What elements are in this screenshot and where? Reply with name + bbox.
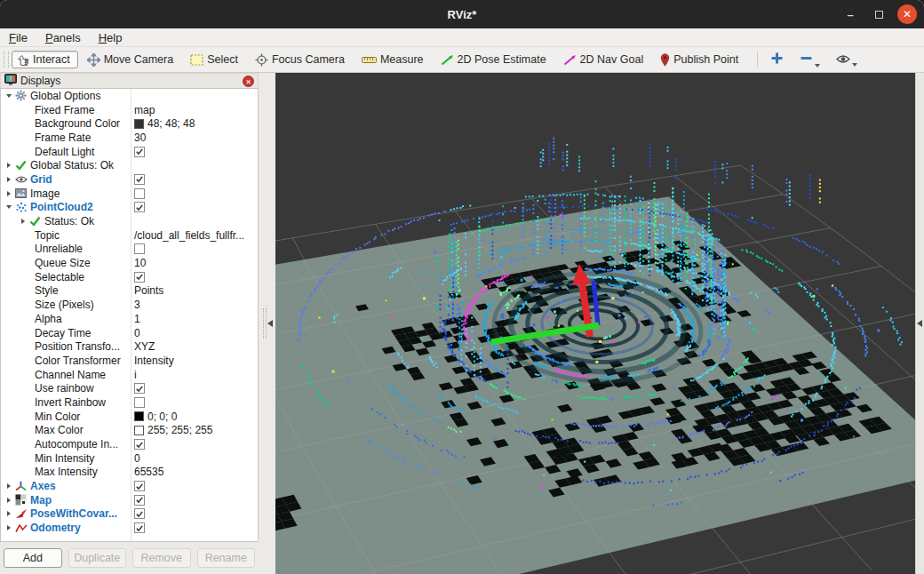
tree-row-frame-rate[interactable]: Frame Rate30 bbox=[1, 131, 258, 145]
tree-row-alpha[interactable]: Alpha1 bbox=[1, 312, 258, 326]
views-panel-collapsed[interactable] bbox=[915, 73, 924, 574]
tree-row-min-color[interactable]: Min Color0; 0; 0 bbox=[1, 410, 258, 424]
row-value[interactable]: map bbox=[134, 104, 155, 116]
checkbox-checked[interactable] bbox=[134, 147, 145, 157]
expander-closed-icon[interactable] bbox=[4, 483, 12, 489]
expander-closed-icon[interactable] bbox=[4, 525, 12, 530]
collapse-left-icon[interactable] bbox=[267, 320, 273, 327]
expander-open-icon[interactable] bbox=[4, 205, 12, 209]
tree-row-channel-name[interactable]: Channel Namei bbox=[1, 368, 258, 382]
row-value[interactable] bbox=[134, 522, 145, 533]
panel-close-icon[interactable]: ✕ bbox=[243, 76, 254, 87]
checkbox-checked[interactable] bbox=[134, 439, 145, 450]
row-value[interactable]: 0; 0; 0 bbox=[134, 411, 177, 423]
tool-publish-point[interactable]: Publish Point bbox=[655, 51, 746, 69]
row-value[interactable] bbox=[134, 495, 145, 506]
checkbox-unchecked[interactable] bbox=[134, 188, 145, 199]
tree-row-axes[interactable]: Axes bbox=[1, 479, 258, 493]
expander-closed-icon[interactable] bbox=[4, 191, 12, 196]
tree-row-decay-time[interactable]: Decay Time0 bbox=[1, 326, 258, 340]
tree-row-global-options[interactable]: Global Options bbox=[1, 89, 258, 103]
row-value[interactable]: 255; 255; 255 bbox=[134, 424, 212, 436]
expander-open-icon[interactable] bbox=[4, 94, 12, 98]
tree-row-global-status-ok[interactable]: Global Status: Ok bbox=[1, 158, 258, 172]
tool-measure[interactable]: Measure bbox=[356, 51, 432, 68]
tool-select[interactable]: Select bbox=[185, 51, 246, 68]
splitter-grip[interactable] bbox=[263, 308, 267, 339]
minimize-button[interactable]: – bbox=[840, 4, 860, 24]
row-value[interactable]: 65535 bbox=[134, 466, 163, 478]
checkbox-checked[interactable] bbox=[134, 202, 145, 212]
row-value[interactable] bbox=[134, 439, 145, 450]
tool-visibility-button[interactable] bbox=[831, 50, 863, 69]
checkbox-checked[interactable] bbox=[134, 481, 145, 491]
displays-panel-header[interactable]: Displays ✕ bbox=[0, 73, 259, 88]
row-value[interactable]: 0 bbox=[134, 452, 140, 465]
row-value[interactable]: 3 bbox=[134, 299, 140, 311]
checkbox-checked[interactable] bbox=[134, 522, 145, 533]
checkbox-checked[interactable] bbox=[134, 495, 145, 506]
checkbox-unchecked[interactable] bbox=[134, 397, 145, 408]
row-value[interactable] bbox=[134, 243, 145, 254]
tree-row-status-ok[interactable]: Status: Ok bbox=[1, 214, 258, 228]
checkbox-checked[interactable] bbox=[134, 272, 145, 283]
tree-row-invert-rainbow[interactable]: Invert Rainbow bbox=[1, 395, 258, 410]
menu-file[interactable]: File bbox=[7, 29, 36, 46]
title-bar[interactable]: RViz* – ✕ bbox=[0, 0, 924, 28]
row-value[interactable]: XYZ bbox=[134, 340, 155, 353]
checkbox-checked[interactable] bbox=[134, 383, 145, 394]
expander-closed-icon[interactable] bbox=[4, 163, 12, 168]
tree-row-fixed-frame[interactable]: Fixed Framemap bbox=[1, 103, 258, 117]
3d-scene-canvas[interactable] bbox=[275, 73, 915, 574]
tree-row-odometry[interactable]: Odometry bbox=[1, 521, 258, 535]
row-value[interactable] bbox=[134, 174, 145, 185]
row-value[interactable]: 48; 48; 48 bbox=[134, 117, 195, 130]
checkbox-unchecked[interactable] bbox=[134, 243, 145, 254]
checkbox-checked[interactable] bbox=[134, 508, 145, 519]
tree-row-grid[interactable]: Grid bbox=[1, 172, 258, 187]
row-value[interactable] bbox=[134, 383, 145, 394]
toolbar-grip[interactable] bbox=[4, 52, 9, 68]
tree-row-unreliable[interactable]: Unreliable bbox=[1, 243, 258, 257]
add-tool-button[interactable] bbox=[765, 50, 789, 70]
tree-row-default-light[interactable]: Default Light bbox=[1, 145, 258, 159]
tree-row-max-color[interactable]: Max Color255; 255; 255 bbox=[1, 424, 258, 438]
row-value[interactable]: /cloud_all_fields_fullfr... bbox=[134, 229, 244, 242]
row-value[interactable] bbox=[134, 202, 145, 212]
checkbox-checked[interactable] bbox=[134, 174, 145, 185]
expander-closed-icon[interactable] bbox=[4, 498, 12, 503]
tree-row-size-pixels[interactable]: Size (Pixels)3 bbox=[1, 298, 258, 312]
tree-row-pointcloud2[interactable]: PointCloud2 bbox=[1, 201, 258, 215]
panel-splitter[interactable] bbox=[259, 73, 275, 574]
row-value[interactable]: 10 bbox=[134, 257, 146, 269]
tree-row-topic[interactable]: Topic/cloud_all_fields_fullfr... bbox=[1, 228, 258, 243]
collapse-right-icon[interactable] bbox=[917, 320, 922, 327]
tree-row-max-intensity[interactable]: Max Intensity65535 bbox=[1, 466, 258, 480]
tree-row-use-rainbow[interactable]: Use rainbow bbox=[1, 381, 258, 395]
row-value[interactable]: 1 bbox=[134, 313, 140, 325]
row-value[interactable]: i bbox=[134, 369, 137, 381]
add-button[interactable]: Add bbox=[4, 548, 62, 568]
render-viewport[interactable] bbox=[275, 73, 915, 574]
expander-closed-icon[interactable] bbox=[4, 511, 12, 516]
row-value[interactable]: Intensity bbox=[134, 355, 174, 367]
tool-2d-pose-estimate[interactable]: 2D Pose Estimate bbox=[435, 51, 554, 68]
row-value[interactable] bbox=[134, 397, 145, 408]
tree-row-color-transformer[interactable]: Color TransformerIntensity bbox=[1, 354, 258, 368]
maximize-button[interactable] bbox=[869, 4, 888, 24]
tree-row-posewithcovar[interactable]: PoseWithCovar... bbox=[1, 507, 258, 522]
row-value[interactable] bbox=[134, 272, 145, 283]
tree-row-autocompute-in[interactable]: Autocompute In... bbox=[1, 437, 258, 451]
menu-panels[interactable]: Panels bbox=[44, 29, 90, 46]
tree-row-min-intensity[interactable]: Min Intensity0 bbox=[1, 451, 258, 466]
expander-closed-icon[interactable] bbox=[4, 177, 12, 182]
tool-interact[interactable]: Interact bbox=[12, 51, 78, 68]
remove-tool-button[interactable] bbox=[794, 50, 825, 70]
row-value[interactable] bbox=[134, 147, 145, 157]
expander-closed-icon[interactable] bbox=[19, 219, 27, 224]
row-value[interactable] bbox=[134, 188, 145, 199]
row-value[interactable]: 0 bbox=[134, 327, 140, 339]
tree-row-selectable[interactable]: Selectable bbox=[1, 270, 258, 284]
menu-help[interactable]: Help bbox=[97, 29, 131, 46]
row-value[interactable]: Points bbox=[134, 284, 163, 297]
